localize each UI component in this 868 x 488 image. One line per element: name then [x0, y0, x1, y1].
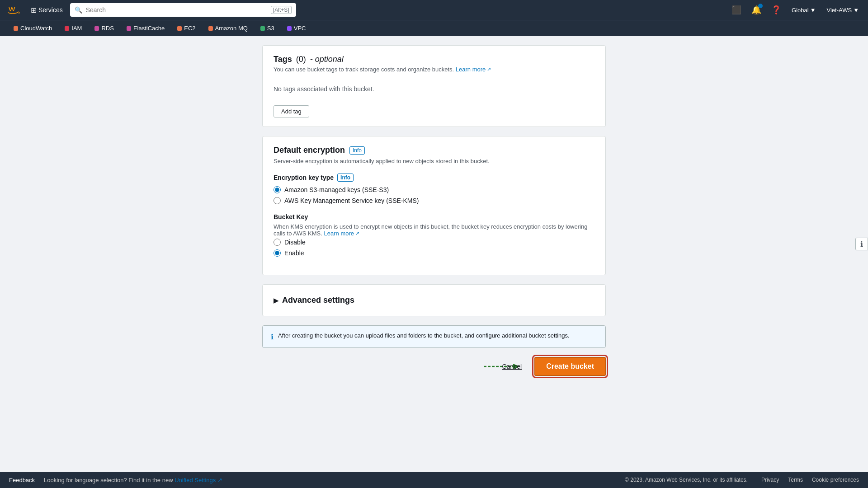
language-text-label: Looking for language selection? Find it …	[44, 477, 173, 483]
tags-learn-more-label: Learn more	[456, 66, 486, 73]
key-type-info-badge[interactable]: Info	[337, 174, 354, 182]
tags-title-text: Tags	[274, 55, 292, 64]
service-link-amazonmq[interactable]: Amazon MQ	[202, 22, 254, 34]
info-banner-text: After creating the bucket you can upload…	[278, 332, 570, 339]
key-type-label: Encryption key type Info	[274, 174, 594, 182]
bucket-key-title: Bucket Key	[274, 213, 594, 221]
tags-desc-text: You can use bucket tags to track storage…	[274, 66, 454, 73]
ec2-label: EC2	[184, 25, 195, 32]
bucket-key-learn-more-link[interactable]: Learn more ↗	[324, 230, 359, 237]
cloudwatch-label: CloudWatch	[20, 25, 52, 32]
rds-label: RDS	[101, 25, 113, 32]
support-button[interactable]: ❓	[768, 2, 784, 18]
create-bucket-button[interactable]: Create bucket	[534, 357, 606, 376]
bucket-key-learn-more-label: Learn more	[324, 230, 354, 237]
bucket-key-description: When KMS encryption is used to encrypt n…	[274, 223, 594, 237]
service-link-rds[interactable]: RDS	[88, 22, 120, 34]
cancel-button[interactable]: Cancel	[495, 359, 529, 374]
service-link-elasticache[interactable]: ElastiCache	[120, 22, 171, 34]
terms-link[interactable]: Terms	[788, 477, 803, 483]
tags-title: Tags (0) - optional	[274, 55, 594, 64]
collapse-arrow-icon: ▶	[274, 297, 278, 304]
advanced-settings-title: Advanced settings	[282, 296, 354, 305]
privacy-link[interactable]: Privacy	[761, 477, 779, 483]
amazonmq-icon	[208, 26, 213, 31]
tags-count: (0)	[296, 55, 306, 64]
unified-settings-ext-icon: ↗	[217, 477, 222, 483]
region-selector[interactable]: Global ▼	[788, 5, 819, 15]
cloudshell-button[interactable]: ⬛	[728, 2, 745, 18]
bucket-key-section: Bucket Key When KMS encryption is used t…	[274, 213, 594, 257]
advanced-settings-toggle[interactable]: ▶ Advanced settings	[274, 294, 594, 307]
service-link-cloudwatch[interactable]: CloudWatch	[7, 22, 58, 34]
feedback-link[interactable]: Feedback	[9, 477, 35, 483]
cookie-preferences-link[interactable]: Cookie preferences	[812, 477, 859, 483]
unified-settings-link[interactable]: Unified Settings ↗	[175, 477, 222, 483]
enable-label: Enable	[284, 249, 304, 257]
encryption-header: Default encryption Info	[274, 145, 594, 155]
info-panel-icon: ℹ	[860, 240, 863, 249]
service-link-ec2[interactable]: EC2	[171, 22, 202, 34]
encryption-info-badge[interactable]: Info	[349, 146, 365, 155]
footer: Feedback Looking for language selection?…	[0, 472, 868, 488]
sse-kms-option[interactable]: AWS Key Management Service key (SSE-KMS)	[274, 197, 594, 204]
chevron-down-icon: ▼	[810, 7, 816, 14]
advanced-settings-section: ▶ Advanced settings	[262, 284, 606, 316]
s3-label: S3	[267, 25, 274, 32]
encryption-description: Server-side encryption is automatically …	[274, 158, 594, 164]
info-icon: ℹ	[271, 333, 274, 341]
account-chevron-icon: ▼	[853, 7, 859, 14]
notification-badge	[758, 4, 763, 8]
account-selector[interactable]: Viet-AWS ▼	[823, 5, 863, 15]
sse-s3-option[interactable]: Amazon S3-managed keys (SSE-S3)	[274, 186, 594, 193]
footer-language-text: Looking for language selection? Find it …	[44, 477, 222, 483]
search-bar[interactable]: 🔍 [Alt+S]	[70, 3, 296, 17]
elasticache-label: ElastiCache	[133, 25, 165, 32]
tags-section: Tags (0) - optional You can use bucket t…	[262, 45, 606, 127]
actions-row: Cancel Create bucket	[262, 357, 606, 376]
amazonmq-label: Amazon MQ	[215, 25, 248, 32]
key-type-text: Encryption key type	[274, 174, 334, 181]
search-shortcut: [Alt+S]	[271, 6, 292, 14]
notifications-button[interactable]: 🔔	[748, 2, 764, 18]
region-label: Global	[792, 7, 809, 14]
tags-learn-more-link[interactable]: Learn more ↗	[456, 66, 491, 73]
services-label: Services	[38, 6, 63, 14]
bucket-key-external-icon: ↗	[355, 230, 359, 236]
aws-logo[interactable]	[5, 5, 22, 15]
right-info-button[interactable]: ℹ	[855, 238, 868, 250]
s3-icon	[260, 26, 265, 31]
service-link-vpc[interactable]: VPC	[281, 22, 312, 34]
service-link-iam[interactable]: IAM	[58, 22, 88, 34]
key-type-radio-group: Amazon S3-managed keys (SSE-S3) AWS Key …	[274, 186, 594, 204]
services-button[interactable]: ⊞ Services	[27, 4, 66, 16]
enable-radio[interactable]	[274, 249, 281, 257]
bucket-key-desc-text: When KMS encryption is used to encrypt n…	[274, 223, 587, 237]
add-tag-button[interactable]: Add tag	[274, 105, 309, 117]
vpc-icon	[287, 26, 292, 31]
cloudwatch-icon	[14, 26, 18, 31]
sse-s3-label: Amazon S3-managed keys (SSE-S3)	[284, 186, 389, 193]
info-banner: ℹ After creating the bucket you can uplo…	[262, 325, 606, 348]
encryption-section: Default encryption Info Server-side encr…	[262, 136, 606, 275]
no-tags-message: No tags associated with this bucket.	[274, 80, 594, 98]
bucket-key-radio-group: Disable Enable	[274, 239, 594, 257]
enable-option[interactable]: Enable	[274, 249, 594, 257]
content-area: Tags (0) - optional You can use bucket t…	[262, 45, 606, 394]
sse-s3-radio[interactable]	[274, 186, 281, 193]
unified-settings-label: Unified Settings	[175, 477, 216, 483]
search-input[interactable]	[86, 6, 267, 14]
sse-kms-radio[interactable]	[274, 197, 281, 204]
service-bar: CloudWatch IAM RDS ElastiCache EC2 Amazo…	[0, 20, 868, 36]
sse-kms-label: AWS Key Management Service key (SSE-KMS)	[284, 197, 419, 204]
rds-icon	[94, 26, 99, 31]
cloudshell-icon: ⬛	[731, 5, 741, 15]
encryption-title: Default encryption	[274, 145, 345, 155]
disable-option[interactable]: Disable	[274, 239, 594, 246]
disable-label: Disable	[284, 239, 306, 246]
iam-label: IAM	[71, 25, 82, 32]
elasticache-icon	[127, 26, 131, 31]
search-icon: 🔍	[75, 6, 82, 14]
disable-radio[interactable]	[274, 239, 281, 246]
service-link-s3[interactable]: S3	[254, 22, 281, 34]
